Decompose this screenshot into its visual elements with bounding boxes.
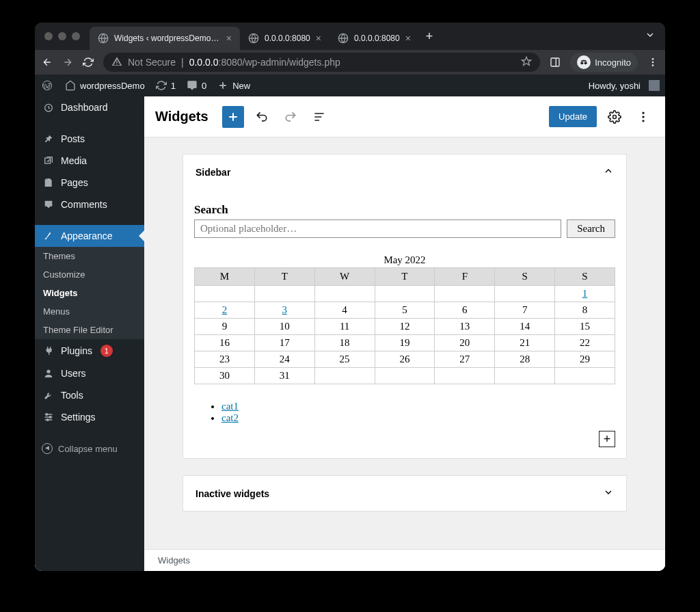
add-block-button[interactable]	[222, 106, 244, 128]
undo-button[interactable]	[251, 106, 273, 128]
submenu-widgets[interactable]: Widgets	[35, 284, 144, 302]
search-widget[interactable]: Search Search	[194, 203, 615, 238]
panel-icon[interactable]	[550, 57, 561, 68]
sidebar-item-dashboard[interactable]: Dashboard	[35, 96, 144, 118]
calendar-cell[interactable]: 3	[254, 302, 314, 319]
incognito-badge[interactable]: Incognito	[570, 53, 638, 72]
svg-point-13	[46, 370, 50, 373]
page-icon	[42, 177, 55, 188]
list-item: cat1	[221, 401, 615, 412]
calendar-cell[interactable]: 1	[555, 286, 615, 302]
sidebar-item-media[interactable]: Media	[35, 150, 144, 172]
tab-title: 0.0.0.0:8080	[265, 34, 310, 43]
settings-button[interactable]	[604, 106, 625, 128]
widget-area-toggle[interactable]: Inactive widgets	[183, 476, 626, 511]
search-button[interactable]: Search	[567, 219, 615, 238]
comment-icon	[187, 80, 198, 91]
new-content-button[interactable]: New	[212, 75, 256, 96]
svg-point-6	[652, 58, 654, 60]
calendar-day-header: S	[495, 268, 555, 286]
security-label: Not Secure	[128, 57, 176, 68]
submenu-theme-file-editor[interactable]: Theme File Editor	[35, 321, 144, 339]
redo-button[interactable]	[280, 106, 301, 128]
breadcrumb[interactable]: Widgets	[158, 555, 190, 566]
sidebar-item-posts[interactable]: Posts	[35, 128, 144, 150]
nav-reload-button[interactable]	[83, 57, 94, 68]
browser-tab[interactable]: Widgets ‹ wordpressDemo — W ×	[90, 27, 240, 50]
calendar-cell: 27	[435, 351, 495, 368]
calendar-cell	[495, 368, 555, 384]
options-button[interactable]	[632, 106, 654, 128]
widget-area-toggle[interactable]: Sidebar	[183, 155, 626, 189]
calendar-day-link[interactable]: 2	[222, 304, 228, 315]
calendar-day-link[interactable]: 1	[582, 288, 588, 299]
calendar-cell[interactable]: 2	[195, 302, 255, 319]
calendar-cell: 11	[314, 319, 375, 335]
update-button[interactable]: Update	[549, 106, 597, 127]
plugin-update-badge: 1	[100, 345, 113, 357]
widget-area-name: Inactive widgets	[196, 488, 269, 499]
close-icon[interactable]: ×	[226, 33, 232, 44]
window-zoom[interactable]	[72, 32, 80, 40]
calendar-cell: 4	[314, 302, 375, 319]
list-view-button[interactable]	[308, 106, 330, 128]
svg-rect-3	[551, 58, 559, 66]
browser-menu-button[interactable]	[647, 57, 658, 68]
search-input[interactable]	[194, 219, 561, 238]
calendar-day-link[interactable]: 3	[282, 304, 288, 315]
account-button[interactable]: Howdy, yoshi	[583, 80, 665, 91]
search-heading: Search	[194, 203, 615, 217]
browser-window: Widgets ‹ wordpressDemo — W × 0.0.0.0:80…	[35, 23, 665, 571]
widget-area-body: Search Search May 2022 MTWTFSS	[183, 189, 626, 458]
sidebar-item-label: Settings	[61, 412, 96, 423]
submenu-menus[interactable]: Menus	[35, 302, 144, 321]
sidebar-item-plugins[interactable]: Plugins1	[35, 339, 144, 362]
sidebar-item-settings[interactable]: Settings	[35, 406, 144, 428]
tabs-overflow-button[interactable]	[635, 29, 665, 43]
browser-titlebar: Widgets ‹ wordpressDemo — W × 0.0.0.0:80…	[35, 23, 665, 50]
calendar-widget[interactable]: May 2022 MTWTFSS 12345678910111213141516…	[194, 254, 615, 384]
window-close[interactable]	[44, 32, 53, 40]
calendar-cell: 29	[555, 351, 615, 368]
sidebar-item-comments[interactable]: Comments	[35, 194, 144, 215]
updates-button[interactable]: 1	[150, 75, 181, 96]
new-tab-button[interactable]: +	[419, 29, 440, 44]
calendar-cell	[555, 368, 615, 384]
comments-button[interactable]: 0	[181, 75, 212, 96]
nav-forward-button[interactable]	[62, 57, 73, 68]
close-icon[interactable]: ×	[405, 33, 411, 44]
calendar-cell: 18	[314, 335, 375, 351]
user-icon	[42, 368, 55, 379]
tab-title: 0.0.0.0:8080	[354, 34, 400, 43]
window-minimize[interactable]	[58, 32, 66, 40]
browser-tab[interactable]: 0.0.0.0:8080 ×	[240, 27, 329, 50]
sidebar-item-users[interactable]: Users	[35, 362, 144, 384]
nav-back-button[interactable]	[42, 57, 53, 68]
add-block-inline-button[interactable]: +	[599, 431, 615, 447]
categories-widget[interactable]: cat1cat2	[194, 401, 615, 424]
category-link[interactable]: cat1	[221, 401, 239, 412]
chevron-down-icon	[603, 487, 614, 500]
sidebar-item-pages[interactable]: Pages	[35, 172, 144, 194]
calendar-cell	[375, 368, 435, 384]
plugin-icon	[42, 345, 55, 356]
svg-point-20	[642, 120, 644, 122]
close-icon[interactable]: ×	[316, 33, 321, 44]
sidebar-item-appearance[interactable]: Appearance	[35, 225, 144, 247]
category-link[interactable]: cat2	[221, 412, 239, 423]
svg-point-14	[46, 414, 48, 416]
bookmark-icon[interactable]	[521, 56, 532, 69]
sidebar-item-tools[interactable]: Tools	[35, 384, 144, 406]
svg-rect-12	[45, 179, 51, 187]
address-bar[interactable]: Not Secure | 0.0.0.0:8080/wp-admin/widge…	[103, 53, 540, 72]
media-icon	[42, 155, 55, 166]
submenu-themes[interactable]: Themes	[35, 247, 144, 265]
site-name-button[interactable]: wordpressDemo	[59, 75, 150, 96]
svg-point-19	[642, 116, 644, 118]
wp-logo-button[interactable]	[35, 75, 59, 96]
calendar-cell: 20	[435, 335, 495, 351]
collapse-menu-button[interactable]: ◄Collapse menu	[35, 438, 144, 460]
submenu-customize[interactable]: Customize	[35, 265, 144, 284]
browser-tab[interactable]: 0.0.0.0:8080 ×	[329, 27, 419, 50]
globe-icon	[248, 33, 259, 44]
